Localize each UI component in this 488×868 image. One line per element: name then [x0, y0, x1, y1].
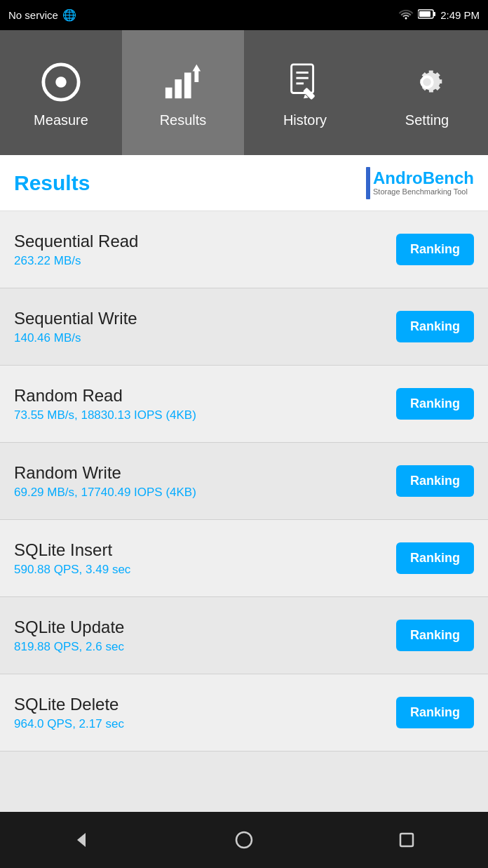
no-service-text: No service	[8, 9, 58, 21]
logo-text: AndroBench Storage Benchmarking Tool	[373, 170, 474, 196]
tab-history[interactable]: History	[244, 30, 366, 155]
result-name: Sequential Write	[14, 309, 396, 328]
logo-subtitle: Storage Benchmarking Tool	[373, 188, 474, 196]
svg-marker-8	[193, 64, 201, 81]
result-value: 590.88 QPS, 3.49 sec	[14, 563, 396, 577]
logo-bar	[366, 167, 370, 199]
result-item: Sequential Read263.22 MB/sRanking	[0, 211, 488, 288]
tab-results-label: Results	[160, 112, 207, 128]
tab-history-label: History	[283, 112, 327, 128]
svg-point-16	[236, 832, 252, 848]
logo-andro: Andro	[373, 168, 423, 187]
svg-rect-1	[433, 12, 435, 16]
result-value: 964.0 QPS, 2.17 sec	[14, 717, 396, 731]
page-title: Results	[14, 171, 90, 195]
ranking-button[interactable]: Ranking	[396, 697, 474, 728]
result-name: SQLite Update	[14, 617, 396, 637]
home-button[interactable]	[227, 823, 261, 857]
svg-marker-15	[77, 833, 86, 847]
result-item: Random Read73.55 MB/s, 18830.13 IOPS (4K…	[0, 366, 488, 443]
ranking-button[interactable]: Ranking	[396, 311, 474, 342]
results-icon	[158, 58, 208, 107]
result-value: 819.88 QPS, 2.6 sec	[14, 640, 396, 654]
ranking-button[interactable]: Ranking	[396, 388, 474, 420]
result-item: SQLite Insert590.88 QPS, 3.49 secRanking	[0, 520, 488, 597]
status-time: 2:49 PM	[440, 9, 480, 21]
result-name: Sequential Read	[14, 232, 396, 251]
wifi-icon	[398, 8, 414, 22]
tab-results[interactable]: Results	[122, 30, 244, 155]
status-bar: No service 🌐 2:49 PM	[0, 0, 488, 30]
tab-measure-label: Measure	[34, 112, 88, 128]
result-name: SQLite Insert	[14, 540, 396, 560]
result-info: Sequential Read263.22 MB/s	[14, 232, 396, 268]
ranking-button[interactable]: Ranking	[396, 620, 474, 651]
result-value: 140.46 MB/s	[14, 331, 396, 345]
tab-measure[interactable]: Measure	[0, 30, 122, 155]
result-item: Sequential Write140.46 MB/sRanking	[0, 288, 488, 366]
result-value: 69.29 MB/s, 17740.49 IOPS (4KB)	[14, 486, 396, 500]
result-value: 263.22 MB/s	[14, 254, 396, 268]
location-icon: 🌐	[62, 8, 76, 22]
result-name: Random Write	[14, 463, 396, 483]
result-name: Random Read	[14, 386, 396, 406]
result-info: Sequential Write140.46 MB/s	[14, 309, 396, 345]
history-icon	[280, 58, 330, 107]
bottom-nav	[0, 812, 488, 868]
result-info: SQLite Delete964.0 QPS, 2.17 sec	[14, 695, 396, 731]
ranking-button[interactable]: Ranking	[396, 542, 474, 574]
result-info: SQLite Insert590.88 QPS, 3.49 sec	[14, 540, 396, 577]
logo-bench: Bench	[423, 168, 474, 187]
recent-button[interactable]	[390, 823, 423, 857]
svg-rect-7	[184, 72, 191, 98]
result-item: SQLite Update819.88 QPS, 2.6 secRanking	[0, 597, 488, 674]
battery-icon	[418, 8, 436, 22]
svg-rect-6	[175, 79, 182, 98]
result-value: 73.55 MB/s, 18830.13 IOPS (4KB)	[14, 408, 396, 422]
nav-tabs: Measure Results	[0, 30, 488, 155]
androbench-logo: AndroBench Storage Benchmarking Tool	[366, 167, 474, 199]
status-left: No service 🌐	[8, 8, 76, 22]
setting-icon	[402, 58, 452, 107]
result-item: Random Write69.29 MB/s, 17740.49 IOPS (4…	[0, 443, 488, 520]
ranking-button[interactable]: Ranking	[396, 465, 474, 497]
result-item: SQLite Delete964.0 QPS, 2.17 secRanking	[0, 674, 488, 752]
svg-rect-17	[400, 834, 413, 846]
tab-setting-label: Setting	[405, 112, 449, 128]
measure-icon	[36, 58, 86, 107]
result-info: Random Write69.29 MB/s, 17740.49 IOPS (4…	[14, 463, 396, 500]
page-header: Results AndroBench Storage Benchmarking …	[0, 155, 488, 211]
result-info: SQLite Update819.88 QPS, 2.6 sec	[14, 617, 396, 654]
status-right: 2:49 PM	[398, 8, 480, 22]
tab-setting[interactable]: Setting	[366, 30, 488, 155]
results-list: Sequential Read263.22 MB/sRankingSequent…	[0, 211, 488, 812]
result-info: Random Read73.55 MB/s, 18830.13 IOPS (4K…	[14, 386, 396, 422]
svg-rect-2	[419, 11, 431, 17]
back-button[interactable]	[65, 823, 98, 857]
result-name: SQLite Delete	[14, 695, 396, 714]
ranking-button[interactable]: Ranking	[396, 234, 474, 265]
logo-main-text: AndroBench	[373, 170, 474, 187]
svg-point-4	[55, 76, 66, 87]
svg-rect-5	[165, 87, 172, 98]
